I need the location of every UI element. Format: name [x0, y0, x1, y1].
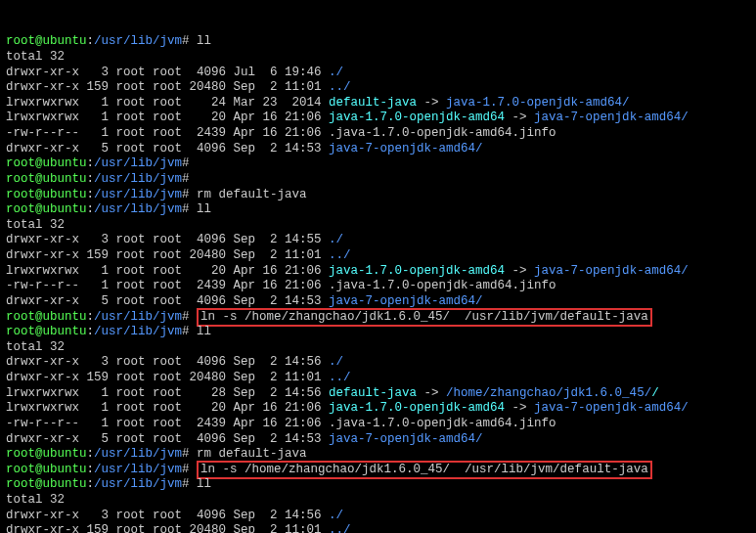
terminal-output[interactable]: root@ubuntu:/usr/lib/jvm# ll total 32 dr…	[6, 34, 750, 533]
